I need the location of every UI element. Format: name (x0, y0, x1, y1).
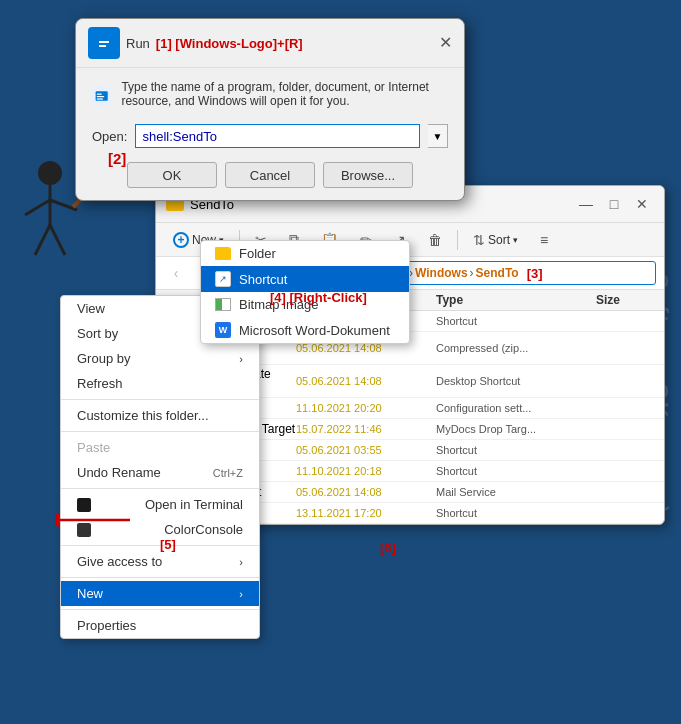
cm-undo-label: Undo Rename (77, 465, 161, 480)
cm-colorconsole-label: ColorConsole (164, 522, 243, 537)
cm-group-by[interactable]: Group by › (61, 346, 259, 371)
run-cancel-button[interactable]: Cancel (225, 162, 315, 188)
cm-give-access[interactable]: Give access to › (61, 549, 259, 574)
cm-new[interactable]: New › (61, 581, 259, 606)
run-ok-button[interactable]: OK (127, 162, 217, 188)
file-date: 05.06.2021 14:08 (296, 486, 436, 498)
svg-line-2 (25, 200, 50, 215)
cm-customize-label: Customize this folder... (77, 408, 209, 423)
cm-give-access-label: Give access to (77, 554, 162, 569)
svg-rect-14 (97, 96, 104, 97)
sm-word-label: Microsoft Word-Dokument (239, 323, 390, 338)
run-body-icon (92, 80, 111, 112)
cm-sep-6 (61, 609, 259, 610)
sm-folder-label: Folder (239, 246, 276, 261)
file-date: 11.10.2021 20:18 (296, 465, 436, 477)
sm-word[interactable]: W Microsoft Word-Dokument (201, 317, 409, 343)
cm-sep-5 (61, 577, 259, 578)
run-browse-button[interactable]: Browse... (323, 162, 413, 188)
nav-back-button[interactable]: ‹ (164, 261, 188, 285)
cm-sep-2 (61, 431, 259, 432)
col-type: Type (436, 293, 596, 307)
cm-properties[interactable]: Properties (61, 613, 259, 638)
annotation-5: [5] (160, 537, 176, 552)
svg-point-0 (38, 161, 62, 185)
cm-refresh-label: Refresh (77, 376, 123, 391)
annotation-4: [4] [Right-Click] (270, 290, 367, 305)
file-type: Desktop Shortcut (436, 375, 596, 387)
cm-sep-3 (61, 488, 259, 489)
run-open-row: Open: ▼ (92, 124, 448, 148)
toolbar-separator-2 (457, 230, 458, 250)
svg-rect-10 (99, 45, 106, 47)
cm-undo-rename[interactable]: Undo Rename Ctrl+Z (61, 460, 259, 485)
cm-refresh[interactable]: Refresh (61, 371, 259, 396)
explorer-minimize-button[interactable]: — (574, 192, 598, 216)
run-icon (88, 27, 120, 59)
svg-rect-15 (97, 98, 103, 99)
cm-paste-label: Paste (77, 440, 110, 455)
file-type: Shortcut (436, 444, 596, 456)
run-dropdown-button[interactable]: ▼ (428, 124, 448, 148)
explorer-close-button[interactable]: ✕ (630, 192, 654, 216)
cm-terminal-label: Open in Terminal (145, 497, 243, 512)
toolbar-more-button[interactable]: ≡ (531, 228, 557, 252)
annotation-6: [6] (380, 540, 396, 555)
explorer-maximize-button[interactable]: □ (602, 192, 626, 216)
file-type: MyDocs Drop Targ... (436, 423, 596, 435)
cm-new-arrow: › (239, 588, 243, 600)
run-buttons: OK Cancel Browse... (92, 162, 448, 188)
run-dialog: Run [1] [Windows-Logo]+[R] ✕ Type the na… (75, 18, 465, 201)
cm-sep-1 (61, 399, 259, 400)
path-arrow-3: › (470, 266, 474, 280)
cm-view-label: View (77, 301, 105, 316)
file-date: 13.11.2021 17:20 (296, 507, 436, 519)
cm-customize[interactable]: Customize this folder... (61, 403, 259, 428)
file-type: Shortcut (436, 465, 596, 477)
svg-rect-9 (99, 41, 109, 43)
svg-line-5 (50, 225, 65, 255)
run-description: Type the name of a program, folder, docu… (92, 80, 448, 112)
run-title-annotation: [1] [Windows-Logo]+[R] (156, 36, 303, 51)
sm-shortcut-label: Shortcut (239, 272, 287, 287)
sort-chevron-icon: ▾ (513, 235, 518, 245)
cm-properties-label: Properties (77, 618, 136, 633)
cm-group-by-label: Group by (77, 351, 130, 366)
context-menu: View › Sort by › Group by › Refresh Cust… (60, 295, 260, 639)
sm-shortcut-icon: ↗ (215, 271, 231, 287)
cm-undo-shortcut: Ctrl+Z (213, 467, 243, 479)
path-windows[interactable]: Windows (415, 266, 468, 280)
sm-folder[interactable]: Folder (201, 241, 409, 266)
sort-icon: ⇅ (473, 232, 485, 248)
file-date: 15.07.2022 11:46 (296, 423, 436, 435)
file-date: 05.06.2021 03:55 (296, 444, 436, 456)
stickman-illustration (5, 155, 85, 265)
file-date: 05.06.2021 14:08 (296, 375, 436, 387)
path-sendto[interactable]: SendTo (476, 266, 519, 280)
toolbar-delete-button[interactable]: 🗑 (419, 228, 451, 252)
delete-icon: 🗑 (428, 232, 442, 248)
sm-folder-icon (215, 247, 231, 260)
toolbar-sort-label: Sort (488, 233, 510, 247)
run-body: Type the name of a program, folder, docu… (76, 68, 464, 200)
cm-sort-by-label: Sort by (77, 326, 118, 341)
run-open-label: Open: (92, 129, 127, 144)
toolbar-sort-button[interactable]: ⇅ Sort ▾ (464, 228, 527, 252)
col-size: Size (596, 293, 656, 307)
run-dialog-title: Run (126, 36, 150, 51)
sm-word-icon: W (215, 322, 231, 338)
more-icon: ≡ (540, 232, 548, 248)
path-annotation-3: [3] (527, 266, 543, 281)
run-close-button[interactable]: ✕ (439, 35, 452, 51)
file-type: Configuration sett... (436, 402, 596, 414)
run-input[interactable] (135, 124, 420, 148)
file-type: Compressed (zip... (436, 342, 596, 354)
cm-new-label: New (77, 586, 103, 601)
cm-give-access-arrow: › (239, 556, 243, 568)
sm-shortcut[interactable]: ↗ Shortcut (201, 266, 409, 292)
plus-icon: + (173, 232, 189, 248)
run-titlebar: Run [1] [Windows-Logo]+[R] ✕ (76, 19, 464, 68)
cm-paste: Paste (61, 435, 259, 460)
cm-group-arrow: › (239, 353, 243, 365)
file-type: Shortcut (436, 315, 596, 327)
